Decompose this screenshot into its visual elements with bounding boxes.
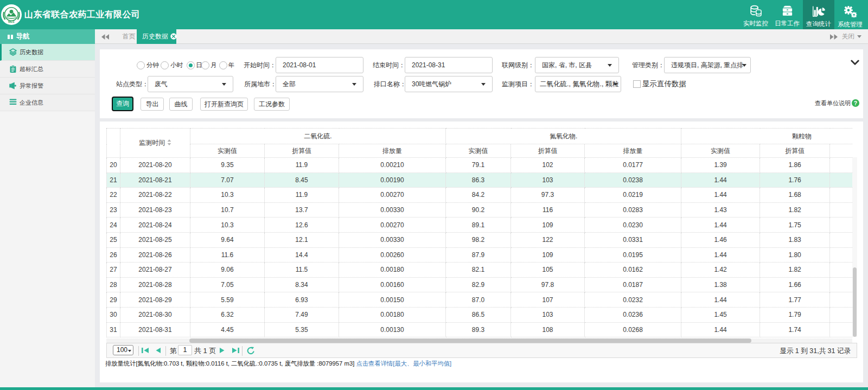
svg-text:MEE: MEE [8,20,15,23]
svg-text:?: ? [854,100,857,106]
